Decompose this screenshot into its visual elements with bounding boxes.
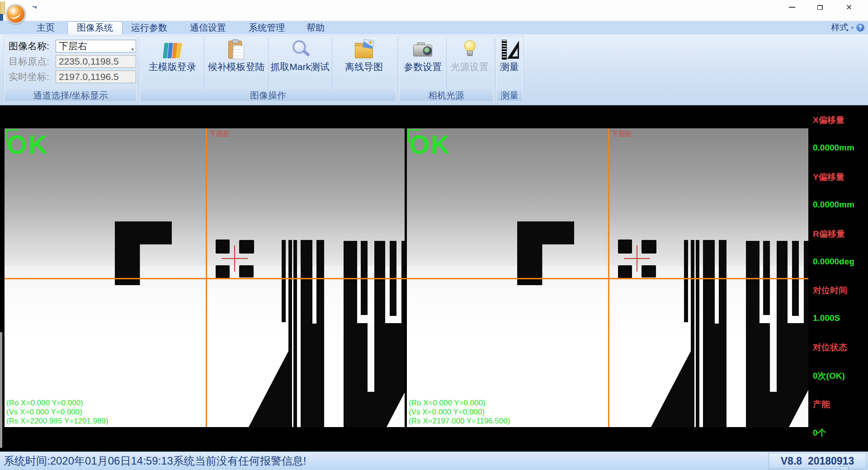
qat-caret: ▾	[34, 5, 37, 10]
coordinate-readout: (Ro X=0.000 Y=0.000) (Vs X=0.000 Y=0.000…	[6, 399, 108, 426]
magnifier-icon	[290, 39, 311, 60]
pcb-white-slit	[770, 323, 777, 392]
realtime-coord-field: 2197.0,1196.5	[56, 70, 136, 83]
group-caption-image-ops: 图像操作	[140, 89, 396, 102]
horizontal-crosshair-line	[5, 278, 808, 279]
minimize-icon	[789, 7, 795, 8]
button-label: 抓取Mark测试	[270, 61, 330, 73]
x-offset-label: X偏移量	[813, 114, 844, 126]
main-area: OK 下层左 (Ro X=0.000 Y=0.000) (Vs X=0.000 …	[0, 105, 868, 451]
image-name-combo[interactable]: 下层右 ▾	[56, 40, 136, 52]
tab-run-params[interactable]: 运行参数	[131, 21, 167, 34]
tab-help[interactable]: 帮助	[307, 21, 325, 34]
param-settings-button[interactable]: 参数设置	[400, 37, 447, 89]
coord-line: (Ro X=0.000 Y=0.000)	[6, 399, 108, 408]
r-offset-value: 0.0000deg	[813, 257, 854, 267]
button-label: 测量	[500, 61, 519, 73]
group-camera-light: 参数设置 光源设置 相机光源	[398, 36, 494, 103]
realtime-coord-label: 实时坐标:	[9, 70, 57, 83]
bottom-edge-artifact	[840, 466, 849, 470]
camera-icon	[412, 39, 433, 60]
backup-template-login-button[interactable]: 候补模板登陆	[204, 37, 268, 89]
offline-map-button[interactable]: 离线导图	[332, 37, 396, 89]
system-status-message: 系统时间:2020年01月06日14:59:13系统当前没有任何报警信息!	[4, 452, 307, 470]
tab-system-admin[interactable]: 系统管理	[249, 21, 285, 34]
bulb-icon	[459, 39, 480, 60]
books-icon	[162, 39, 183, 60]
button-label: 主模版登录	[149, 61, 196, 73]
version-badge: V8.8 20180913	[769, 453, 866, 469]
tab-comm-settings[interactable]: 通信设置	[190, 21, 226, 34]
combo-dropdown-icon[interactable]: ▾	[131, 43, 134, 55]
folder-image-icon	[354, 39, 374, 60]
measure-button[interactable]: 测量	[497, 37, 522, 89]
pcb-right-mass	[344, 323, 405, 427]
align-status-value: 0次(OK)	[813, 370, 845, 382]
align-time-label: 对位时间	[813, 285, 847, 296]
status-bar: 系统时间:2020年01月06日14:59:13系统当前没有任何报警信息! V8…	[0, 451, 868, 470]
minimize-button[interactable]	[782, 2, 802, 13]
close-icon: ✕	[846, 4, 852, 11]
coord-line: (Rs X=2197.000 Y=1196.500)	[409, 417, 510, 426]
close-button[interactable]: ✕	[839, 2, 859, 13]
capacity-label: 产能	[813, 399, 830, 410]
coord-line: (Ro X=0.000 Y=0.000)	[409, 399, 510, 408]
pcb-right-mass	[746, 323, 808, 427]
align-status-label: 对位状态	[813, 342, 847, 353]
tab-image-system[interactable]: 图像系统	[67, 21, 123, 34]
capacity-value: 0个	[813, 427, 826, 439]
button-label: 离线导图	[345, 61, 383, 73]
red-cross-icon	[234, 245, 235, 272]
help-icon[interactable]: ?	[856, 24, 864, 32]
measurement-sidebar: X偏移量 0.0000mm Y偏移量 0.0000mm R偏移量 0.0000d…	[811, 105, 868, 451]
image-name-value: 下层右	[59, 41, 87, 51]
align-time-value: 1.000S	[813, 313, 840, 323]
y-offset-label: Y偏移量	[813, 171, 844, 183]
left-edge-scrollbar[interactable]	[0, 332, 2, 448]
pcb-white-cut	[789, 388, 808, 427]
coord-line: (Vs X=0.000 Y=0.000)	[6, 408, 108, 417]
red-cross-icon	[637, 245, 637, 272]
ruler-icon	[499, 39, 520, 60]
image-name-label: 图像名称:	[9, 40, 57, 52]
restore-icon	[817, 5, 823, 10]
button-label: 参数设置	[404, 61, 442, 73]
group-image-ops: 主模版登录 候补模板登陆 抓取Mark测试	[139, 36, 397, 103]
application-window: ▾ ✕ 主页 图像系统 运行参数 通信设置 系统管理 帮助 样式 ▾ ? 图像名…	[0, 0, 868, 470]
result-text: OK	[409, 129, 451, 160]
pcb-lower-column	[703, 324, 726, 427]
group-caption-measure: 测量	[496, 89, 523, 102]
group-measure: 测量 测量	[495, 36, 524, 103]
r-offset-label: R偏移量	[813, 228, 845, 240]
button-label: 光源设置	[451, 61, 489, 73]
app-logo-icon[interactable]	[6, 4, 26, 24]
qat-bar	[33, 6, 37, 7]
restore-button[interactable]	[810, 2, 830, 13]
edge-artifact	[0, 2, 5, 14]
coord-line: (Vs X=0.000 Y=0.000)	[409, 408, 510, 417]
result-text: OK	[7, 129, 49, 160]
style-dropdown-icon[interactable]: ▾	[851, 25, 854, 31]
tab-home[interactable]: 主页	[37, 21, 55, 34]
coordinate-readout: (Ro X=0.000 Y=0.000) (Vs X=0.000 Y=0.000…	[409, 399, 510, 426]
pcb-white-cut	[387, 388, 405, 427]
button-label: 候补模板登陆	[208, 61, 264, 73]
x-offset-value: 0.0000mm	[813, 143, 854, 153]
y-offset-value: 0.0000mm	[813, 200, 854, 210]
pcb-lower-column	[301, 324, 324, 427]
quick-access-dropdown-icon[interactable]: ▾	[33, 5, 39, 14]
group-caption-camera-light: 相机光源	[399, 89, 493, 102]
target-origin-label: 目标原点:	[9, 55, 57, 68]
ribbon: 图像名称: 下层右 ▾ 目标原点: 2235.0,1198.5 实时坐标: 21…	[0, 34, 868, 105]
group-caption-channel: 通道选择/坐标显示	[5, 89, 137, 102]
grab-mark-test-button[interactable]: 抓取Mark测试	[269, 37, 332, 89]
coord-line: (Rs X=2200.985 Y=1201.989)	[6, 417, 108, 426]
camera-name-label: 下层右	[612, 130, 632, 138]
pcb-white-slit	[368, 323, 374, 392]
master-template-login-button[interactable]: 主模版登录	[141, 37, 204, 89]
title-bar: ▾ ✕	[0, 0, 868, 21]
style-menu[interactable]: 样式	[831, 22, 848, 33]
camera-name-label: 下层左	[209, 130, 230, 138]
group-channel-select: 图像名称: 下层右 ▾ 目标原点: 2235.0,1198.5 实时坐标: 21…	[4, 36, 137, 103]
light-settings-button[interactable]: 光源设置	[447, 37, 493, 89]
